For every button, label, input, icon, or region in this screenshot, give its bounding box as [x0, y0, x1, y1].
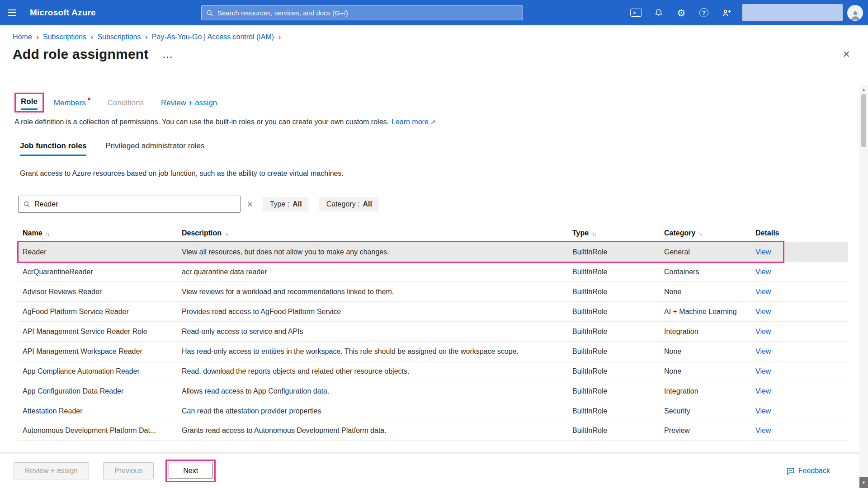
filters-row: × Type : All Category : All — [18, 196, 855, 213]
page-title: Add role assignment — [13, 47, 149, 62]
help-icon[interactable]: ? — [693, 0, 715, 25]
tab-review-assign[interactable]: Review + assign — [161, 99, 217, 113]
sort-icon: ↑↓ — [592, 230, 595, 237]
roles-table: Name ↑↓ Description ↑↓ Type ↑↓ Category … — [18, 225, 848, 441]
app-title[interactable]: Microsoft Azure — [30, 8, 96, 18]
table-row[interactable]: API Management Service Reader Role Read-… — [18, 321, 848, 341]
role-type: BuiltInRole — [568, 268, 660, 276]
role-type: BuiltInRole — [568, 328, 660, 336]
table-row[interactable]: App Configuration Data Reader Allows rea… — [18, 381, 848, 401]
sort-icon: ↑↓ — [698, 230, 702, 237]
tab-role[interactable]: Role — [21, 97, 38, 110]
role-name: API Management Service Reader Role — [18, 328, 177, 336]
role-description: Can read the attestation provider proper… — [177, 407, 568, 415]
settings-icon[interactable]: ⚙ — [670, 0, 693, 25]
role-type: BuiltInRole — [568, 367, 660, 375]
global-search-box[interactable] — [201, 5, 523, 20]
scrollbar-thumb[interactable] — [861, 94, 866, 147]
pivot-privileged-admin-roles[interactable]: Privileged administrator roles — [105, 141, 204, 156]
pivot-job-function-roles[interactable]: Job function roles — [20, 141, 86, 156]
view-details-link[interactable]: View — [755, 248, 771, 256]
chevron-right-icon: › — [90, 33, 93, 41]
role-category: Integration — [660, 328, 751, 336]
table-row[interactable]: API Management Workspace Reader Has read… — [18, 341, 848, 361]
table-row[interactable]: AgFood Platform Service Reader Provides … — [18, 301, 848, 321]
notifications-icon[interactable] — [647, 0, 670, 25]
role-type: BuiltInRole — [568, 387, 660, 395]
review-assign-button[interactable]: Review + assign — [14, 462, 89, 479]
main-content: Home › Subscriptions › Subscriptions › P… — [0, 25, 868, 441]
tab-members[interactable]: Members — [54, 98, 90, 113]
role-description: Grants read access to Autonomous Develop… — [177, 427, 568, 435]
view-details-link[interactable]: View — [755, 347, 771, 355]
sort-icon: ↑↓ — [225, 230, 228, 237]
role-category: None — [660, 347, 751, 356]
role-category: None — [660, 288, 751, 296]
role-name: App Configuration Data Reader — [18, 387, 177, 395]
next-button[interactable]: Next — [169, 463, 212, 479]
role-name: Attestation Reader — [18, 407, 177, 415]
table-row[interactable]: App Compliance Automation Reader Read, d… — [18, 361, 848, 381]
role-description: acr quarantine data reader — [177, 268, 568, 276]
role-name: Advisor Reviews Reader — [18, 288, 177, 296]
column-header-type[interactable]: Type ↑↓ — [568, 229, 660, 237]
learn-more-link[interactable]: Learn more ↗ — [392, 118, 436, 126]
menu-icon[interactable] — [0, 0, 24, 25]
role-type: BuiltInRole — [568, 308, 660, 316]
column-header-description[interactable]: Description ↑↓ — [177, 229, 568, 237]
cloud-shell-icon[interactable]: >_ — [625, 0, 647, 25]
role-description: Allows read access to App Configuration … — [177, 387, 568, 395]
role-description: Read, download the reports objects and r… — [177, 367, 568, 375]
role-type: BuiltInRole — [568, 427, 660, 435]
table-row[interactable]: Advisor Reviews Reader View reviews for … — [18, 282, 848, 301]
breadcrumb-home[interactable]: Home — [13, 33, 32, 41]
table-row-reader[interactable]: Reader View all resources, but does not … — [18, 242, 848, 262]
global-search-input[interactable] — [217, 9, 518, 17]
view-details-link[interactable]: View — [755, 268, 771, 276]
scrollbar-up-arrow[interactable]: ▲ — [859, 85, 868, 94]
type-filter[interactable]: Type : All — [263, 197, 309, 211]
role-category: Security — [660, 407, 751, 415]
role-category: Integration — [660, 387, 751, 395]
chevron-right-icon: › — [145, 33, 147, 41]
scrollbar-down-arrow[interactable]: ▼ — [859, 477, 868, 488]
role-name: App Compliance Automation Reader — [18, 367, 177, 375]
more-options-icon[interactable]: … — [162, 52, 173, 56]
sort-icon: ↑↓ — [46, 230, 49, 237]
breadcrumb-subscriptions-1[interactable]: Subscriptions — [43, 33, 86, 41]
breadcrumb-subscriptions-2[interactable]: Subscriptions — [97, 33, 141, 41]
view-details-link[interactable]: View — [755, 328, 771, 335]
annotation-next-button: Next — [165, 460, 216, 482]
table-row[interactable]: Attestation Reader Can read the attestat… — [18, 401, 848, 421]
breadcrumb: Home › Subscriptions › Subscriptions › P… — [13, 33, 855, 41]
view-details-link[interactable]: View — [755, 308, 771, 315]
view-details-link[interactable]: View — [755, 407, 771, 415]
column-header-category[interactable]: Category ↑↓ — [660, 229, 751, 237]
role-search-input[interactable] — [34, 200, 236, 208]
close-icon[interactable]: × — [843, 48, 850, 61]
category-filter[interactable]: Category : All — [319, 197, 379, 211]
role-category: None — [660, 367, 751, 375]
breadcrumb-subscription-iam[interactable]: Pay-As-You-Go | Access control (IAM) — [152, 33, 274, 41]
table-row[interactable]: AcrQuarantineReader acr quarantine data … — [18, 262, 848, 282]
previous-button[interactable]: Previous — [103, 462, 154, 479]
view-details-link[interactable]: View — [755, 427, 771, 434]
page-scrollbar[interactable]: ▲ ▼ — [859, 85, 868, 488]
table-row[interactable]: Autonomous Development Platform Dat... G… — [18, 421, 848, 441]
role-name: Autonomous Development Platform Dat... — [18, 427, 177, 435]
role-description: View all resources, but does not allow y… — [177, 248, 568, 256]
role-search-box[interactable] — [18, 196, 241, 213]
external-link-icon: ↗ — [430, 118, 436, 126]
view-details-link[interactable]: View — [755, 367, 771, 375]
job-function-subtitle: Grant access to Azure resources based on… — [20, 169, 855, 178]
column-header-details: Details — [751, 229, 848, 237]
search-icon — [206, 9, 213, 17]
view-details-link[interactable]: View — [755, 288, 771, 296]
feedback-person-icon[interactable] — [715, 0, 738, 25]
view-details-link[interactable]: View — [755, 387, 771, 395]
chevron-right-icon: › — [36, 33, 39, 41]
column-header-name[interactable]: Name ↑↓ — [18, 229, 177, 237]
avatar[interactable] — [847, 5, 863, 21]
feedback-link[interactable]: Feedback — [786, 467, 830, 475]
clear-search-icon[interactable]: × — [247, 199, 253, 210]
